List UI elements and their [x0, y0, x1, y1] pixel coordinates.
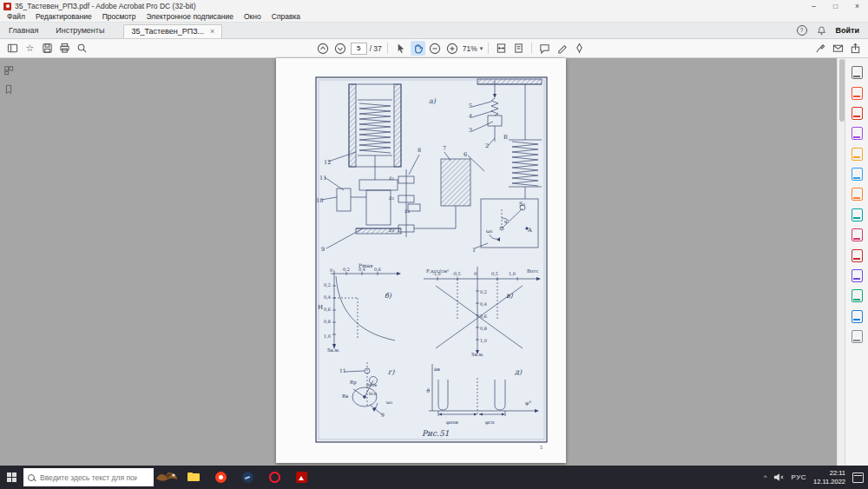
send-mail-icon[interactable]: [831, 41, 845, 56]
menu-edit[interactable]: Редактирование: [30, 12, 97, 22]
figure-label: 0: [474, 271, 477, 276]
tab-home[interactable]: Главная: [0, 23, 47, 38]
notifications-bell-icon[interactable]: [817, 25, 826, 36]
close-button[interactable]: ×: [846, 0, 868, 12]
organize-pages-tool-icon[interactable]: [852, 188, 863, 201]
taskbar-app-icons: [183, 467, 312, 488]
previous-page-icon[interactable]: [316, 41, 331, 56]
figure-label: 1,0: [324, 334, 331, 339]
search-tool-icon[interactable]: [852, 66, 863, 79]
language-indicator[interactable]: РУС: [791, 473, 806, 481]
figure-label: φ°: [525, 400, 531, 406]
tray-chevron-up-icon[interactable]: ^: [764, 473, 767, 481]
app-dark-taskbar-icon[interactable]: [237, 467, 258, 488]
title-bar: 35_Тастевен_РПЗ.pdf - Adobe Acrobat Pro …: [0, 0, 868, 12]
search-icon[interactable]: [75, 41, 89, 56]
figure-label: В: [503, 134, 508, 141]
combine-files-tool-icon[interactable]: [852, 168, 863, 181]
menu-view[interactable]: Просмотр: [97, 12, 141, 22]
sidebar-toggle-icon[interactable]: [5, 41, 20, 56]
search-highlight-eagle-image[interactable]: [154, 466, 180, 489]
yandex-browser-taskbar-icon[interactable]: [210, 467, 231, 488]
tools-panel-rail: [845, 58, 868, 466]
fit-page-icon[interactable]: [511, 41, 526, 56]
fill-sign-tool-icon[interactable]: [852, 269, 863, 282]
page-thumbnails-icon[interactable]: [3, 65, 14, 76]
figure-label: α: [504, 219, 508, 224]
figure-label: д): [515, 368, 523, 376]
file-explorer-taskbar-icon[interactable]: [183, 467, 204, 488]
help-icon[interactable]: ?: [797, 25, 807, 36]
figure-label: 1,0: [509, 271, 516, 276]
action-center-icon[interactable]: [852, 472, 864, 483]
scan-ocr-tool-icon[interactable]: [852, 310, 863, 323]
comment-bubble-icon[interactable]: [537, 41, 552, 56]
select-tool-icon[interactable]: [393, 41, 408, 56]
toolbar-divider: [488, 43, 489, 54]
menu-window[interactable]: Окно: [239, 12, 266, 22]
zoom-in-icon[interactable]: [445, 41, 460, 56]
save-icon[interactable]: [40, 41, 55, 56]
export-pdf-tool-icon[interactable]: [852, 87, 863, 100]
menu-esign[interactable]: Электронное подписание: [141, 12, 239, 22]
document-tab[interactable]: 35_Тастевен_РПЗ... ×: [123, 24, 222, 38]
share-icon[interactable]: [848, 41, 863, 56]
favorites-star-icon[interactable]: ☆: [23, 41, 37, 56]
zoom-dropdown-caret-icon[interactable]: ▾: [480, 45, 483, 52]
taskbar-clock[interactable]: 22:11 12.11.2022: [813, 469, 845, 486]
sign-in-button[interactable]: Войти: [836, 26, 859, 35]
zoom-level-value[interactable]: 71%: [463, 44, 477, 53]
maximize-button[interactable]: □: [825, 0, 846, 12]
figure-label: 10: [316, 197, 323, 204]
page-number-input[interactable]: [351, 43, 367, 55]
figure-label: S₂: [519, 201, 525, 208]
comment-tool-icon[interactable]: [852, 148, 863, 161]
start-button[interactable]: [0, 466, 23, 489]
protect-tool-icon[interactable]: [852, 249, 863, 262]
edit-pdf-tool-icon[interactable]: [852, 127, 863, 140]
request-signatures-tool-icon[interactable]: [852, 289, 863, 302]
figure-label: Rв: [342, 393, 348, 399]
compress-pdf-tool-icon[interactable]: [852, 208, 863, 221]
next-page-icon[interactable]: [333, 41, 348, 56]
figure-label: θпов: [366, 382, 377, 387]
more-tools-tool-icon[interactable]: [852, 330, 863, 343]
figure-label: 7: [443, 145, 446, 152]
hand-tool-icon[interactable]: [411, 41, 425, 56]
figure-label: ω₁: [386, 399, 392, 405]
document-tab-close-icon[interactable]: ×: [210, 25, 214, 38]
highlighter-pencil-icon[interactable]: [555, 41, 569, 56]
taskbar-search[interactable]: [23, 468, 154, 486]
figure-label: 0,5: [491, 271, 498, 276]
acrobat-taskbar-icon[interactable]: [291, 467, 312, 488]
figure-label: 5: [469, 102, 472, 109]
fit-width-icon[interactable]: [494, 41, 509, 56]
figure-label: 0,6: [324, 307, 331, 312]
figure-label: г): [388, 368, 395, 376]
figure-label: -1,0: [432, 271, 441, 276]
create-pdf-tool-icon[interactable]: [852, 107, 863, 120]
volume-icon[interactable]: [773, 472, 784, 482]
toolbar-divider: [531, 43, 532, 54]
menu-help[interactable]: Справка: [266, 12, 306, 22]
figure-label: 6: [464, 151, 467, 158]
redact-tool-icon[interactable]: [852, 228, 863, 241]
ink-signature-pen-icon[interactable]: [813, 41, 828, 56]
figure-label: 0,4: [324, 294, 331, 300]
figure-label: 9: [321, 246, 325, 253]
menu-file[interactable]: Файл: [2, 12, 30, 22]
window-title: 35_Тастевен_РПЗ.pdf - Adobe Acrobat Pro …: [15, 2, 196, 10]
bookmarks-icon[interactable]: [3, 84, 14, 95]
minimize-button[interactable]: –: [803, 0, 825, 12]
system-tray: ^ РУС 22:11 12.11.2022: [764, 469, 868, 486]
taskbar-search-input[interactable]: [38, 472, 139, 483]
fill-sign-pen-icon[interactable]: [572, 41, 587, 56]
tab-tools[interactable]: Инструменты: [47, 23, 113, 38]
scrollbar-thumb[interactable]: [839, 59, 845, 122]
document-area[interactable]: а)121110987z₁z₂z₄z₃543В26S₂Аω₁α1Рmax00,2…: [0, 58, 868, 466]
zoom-out-icon[interactable]: [428, 41, 443, 56]
figure-label: 0,8: [324, 319, 331, 324]
print-icon[interactable]: [57, 41, 72, 56]
opera-taskbar-icon[interactable]: [264, 467, 285, 488]
figure-label: 2: [485, 142, 489, 149]
